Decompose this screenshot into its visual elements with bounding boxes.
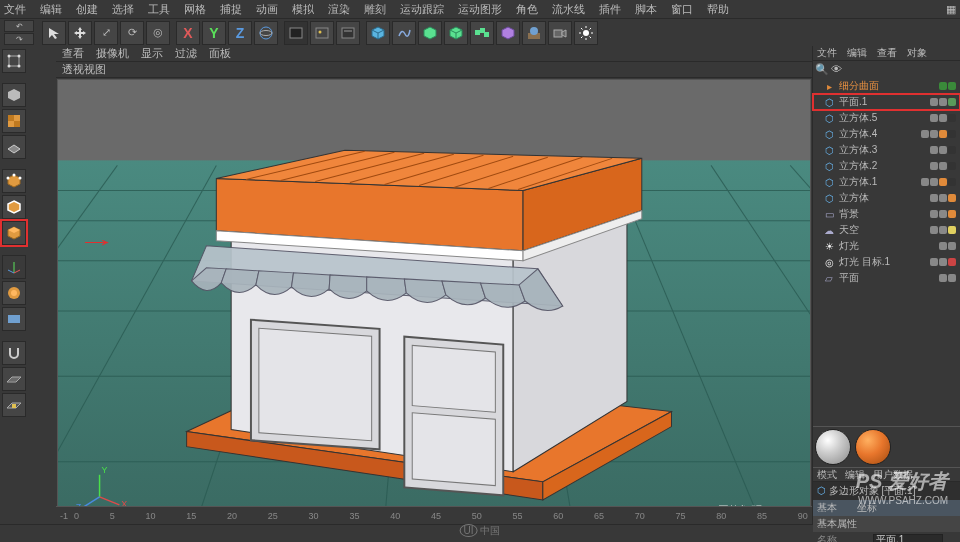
edge-mode-icon[interactable]: [2, 195, 26, 219]
attr-tab-userdata[interactable]: 用户数据: [873, 468, 913, 481]
om-tab-view[interactable]: 查看: [877, 46, 897, 60]
render-settings-icon[interactable]: [336, 21, 360, 45]
view-tab-panel[interactable]: 面板: [209, 46, 231, 61]
main-toolbar: ↶ ↷ ⤢ ⟳ ◎ X Y Z: [0, 18, 960, 46]
x-axis-lock[interactable]: X: [176, 21, 200, 45]
menu-simulate[interactable]: 模拟: [292, 2, 314, 17]
svg-rect-22: [9, 56, 19, 66]
menu-help[interactable]: 帮助: [707, 2, 729, 17]
obj-item-cube4[interactable]: ⬡立方体.4: [813, 126, 960, 142]
menu-file[interactable]: 文件: [4, 2, 26, 17]
view-tab-filter[interactable]: 过滤: [175, 46, 197, 61]
menu-sculpt[interactable]: 雕刻: [364, 2, 386, 17]
locked-workplane-icon[interactable]: [2, 393, 26, 417]
left-palette-toolbar: [28, 46, 56, 524]
om-search-icon[interactable]: 🔍: [815, 63, 829, 76]
obj-item-cube1[interactable]: ⬡立方体.1: [813, 174, 960, 190]
menu-tools[interactable]: 工具: [148, 2, 170, 17]
y-axis-lock[interactable]: Y: [202, 21, 226, 45]
add-generator-icon[interactable]: [418, 21, 442, 45]
menu-animate[interactable]: 动画: [256, 2, 278, 17]
menu-edit[interactable]: 编辑: [40, 2, 62, 17]
obj-item-background[interactable]: ▭背景: [813, 206, 960, 222]
add-environment-icon[interactable]: [522, 21, 546, 45]
workplane-snap-icon[interactable]: [2, 367, 26, 391]
make-editable-icon[interactable]: [2, 49, 26, 73]
attr-subtab-coord[interactable]: 坐标: [857, 501, 877, 515]
attr-tab-edit[interactable]: 编辑: [845, 468, 865, 481]
obj-item-subdiv[interactable]: ▸细分曲面: [813, 78, 960, 94]
menu-pipeline[interactable]: 流水线: [552, 2, 585, 17]
model-mode-icon[interactable]: [2, 83, 26, 107]
add-deformer-icon[interactable]: [496, 21, 520, 45]
tweak-mode-icon[interactable]: [2, 281, 26, 305]
live-select-icon[interactable]: [42, 21, 66, 45]
move-icon[interactable]: [68, 21, 92, 45]
om-tab-objects[interactable]: 对象: [907, 46, 927, 60]
menu-mesh[interactable]: 网格: [184, 2, 206, 17]
menu-mograph[interactable]: 运动图形: [458, 2, 502, 17]
scale-icon[interactable]: ⤢: [94, 21, 118, 45]
menu-character[interactable]: 角色: [516, 2, 538, 17]
obj-item-plane[interactable]: ▱平面: [813, 270, 960, 286]
redo-button[interactable]: ↷: [4, 33, 34, 45]
coord-system-icon[interactable]: [254, 21, 278, 45]
view-tab-display[interactable]: 显示: [141, 46, 163, 61]
om-tab-file[interactable]: 文件: [817, 46, 837, 60]
svg-line-19: [590, 36, 592, 38]
menu-render[interactable]: 渲染: [328, 2, 350, 17]
om-eye-icon[interactable]: 👁: [831, 63, 842, 76]
obj-item-cube5[interactable]: ⬡立方体.5: [813, 110, 960, 126]
obj-item-light[interactable]: ☀灯光: [813, 238, 960, 254]
rotate-icon[interactable]: ⟳: [120, 21, 144, 45]
add-subdiv-icon[interactable]: [444, 21, 468, 45]
undo-button[interactable]: ↶: [4, 20, 34, 32]
menu-script[interactable]: 脚本: [635, 2, 657, 17]
svg-rect-7: [475, 30, 480, 35]
add-camera-icon[interactable]: [548, 21, 572, 45]
material-swatch-1[interactable]: [815, 429, 851, 465]
add-array-icon[interactable]: [470, 21, 494, 45]
obj-item-light-target[interactable]: ◎灯光 目标.1: [813, 254, 960, 270]
object-list: ▸细分曲面 ⬡平面.1 ⬡立方体.5 ⬡立方体.4 ⬡立方体.3 ⬡立方体.2 …: [813, 78, 960, 286]
texture-mode-icon[interactable]: [2, 109, 26, 133]
om-tab-edit[interactable]: 编辑: [847, 46, 867, 60]
snap-enable-icon[interactable]: [2, 341, 26, 365]
obj-item-sky[interactable]: ☁天空: [813, 222, 960, 238]
menu-tracking[interactable]: 运动跟踪: [400, 2, 444, 17]
menu-plugins[interactable]: 插件: [599, 2, 621, 17]
obj-item-cube2[interactable]: ⬡立方体.2: [813, 158, 960, 174]
menu-snap[interactable]: 捕捉: [220, 2, 242, 17]
obj-item-plane1[interactable]: ⬡平面.1: [813, 94, 960, 110]
svg-rect-3: [316, 28, 328, 38]
obj-item-cube[interactable]: ⬡立方体: [813, 190, 960, 206]
menu-create[interactable]: 创建: [76, 2, 98, 17]
recent-tool-icon[interactable]: ◎: [146, 21, 170, 45]
add-spline-icon[interactable]: [392, 21, 416, 45]
svg-point-32: [7, 177, 10, 180]
z-axis-lock[interactable]: Z: [228, 21, 252, 45]
add-cube-icon[interactable]: [366, 21, 390, 45]
viewport-solo-icon[interactable]: [2, 307, 26, 331]
attr-name-input[interactable]: [873, 534, 943, 543]
obj-item-cube3[interactable]: ⬡立方体.3: [813, 142, 960, 158]
view-tab-view[interactable]: 查看: [62, 46, 84, 61]
menu-select[interactable]: 选择: [112, 2, 134, 17]
layout-icon[interactable]: ▦: [946, 3, 956, 16]
render-picture-icon[interactable]: [310, 21, 334, 45]
attr-subtab-basic[interactable]: 基本: [817, 501, 837, 515]
svg-rect-68: [412, 345, 495, 412]
workplane-mode-icon[interactable]: [2, 135, 26, 159]
polygon-mode-icon[interactable]: [2, 221, 26, 245]
axis-mode-icon[interactable]: [2, 255, 26, 279]
timeline[interactable]: -1 0510 152025 303540 455055 606570 7580…: [56, 506, 812, 524]
render-view-icon[interactable]: [284, 21, 308, 45]
menu-window[interactable]: 窗口: [671, 2, 693, 17]
material-swatch-2[interactable]: [855, 429, 891, 465]
material-manager[interactable]: [813, 426, 960, 468]
point-mode-icon[interactable]: [2, 169, 26, 193]
add-light-icon[interactable]: [574, 21, 598, 45]
view-tab-cameras[interactable]: 摄像机: [96, 46, 129, 61]
perspective-viewport[interactable]: Y X Z 网格间距: 100 cm: [57, 79, 811, 523]
attr-tab-mode[interactable]: 模式: [817, 468, 837, 481]
